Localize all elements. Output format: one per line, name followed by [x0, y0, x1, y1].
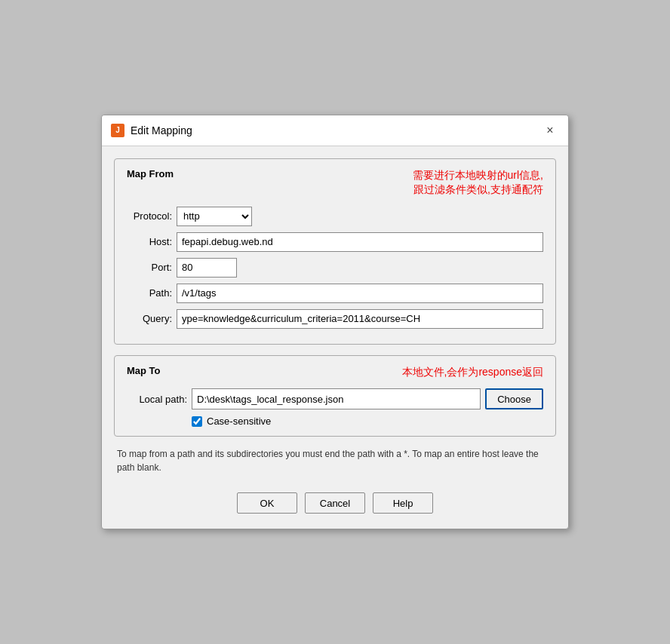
protocol-select[interactable]: http https — [177, 207, 252, 226]
path-input[interactable] — [177, 284, 543, 303]
button-row: OK Cancel Help — [114, 486, 556, 517]
help-button[interactable]: Help — [373, 492, 433, 514]
dialog-title: Edit Mapping — [131, 124, 192, 136]
hint-text: To map from a path and its subdirectorie… — [114, 447, 556, 474]
protocol-label: Protocol: — [127, 210, 172, 222]
local-path-input[interactable] — [192, 388, 481, 409]
map-from-section: Map From 需要进行本地映射的url信息, 跟过滤条件类似,支持通配符 P… — [114, 158, 556, 345]
map-from-label: Map From — [127, 168, 174, 179]
local-path-row: Local path: Choose — [127, 388, 543, 409]
title-bar: J Edit Mapping × — [102, 115, 568, 146]
protocol-row: Protocol: http https — [127, 207, 543, 226]
host-input[interactable] — [177, 232, 543, 252]
map-from-annotation: 需要进行本地映射的url信息, 跟过滤条件类似,支持通配符 — [413, 168, 543, 198]
map-to-section: Map To 本地文件,会作为response返回 Local path: Ch… — [114, 355, 556, 437]
map-from-header: Map From 需要进行本地映射的url信息, 跟过滤条件类似,支持通配符 — [127, 168, 543, 198]
query-label: Query: — [127, 313, 172, 324]
query-row: Query: — [127, 309, 543, 329]
port-row: Port: — [127, 258, 543, 278]
case-sensitive-checkbox[interactable] — [192, 416, 202, 427]
local-path-label: Local path: — [127, 394, 187, 405]
edit-mapping-dialog: J Edit Mapping × Map From 需要进行本地映射的url信息… — [101, 115, 569, 530]
case-sensitive-row: Case-sensitive — [192, 416, 543, 427]
close-button[interactable]: × — [541, 121, 559, 140]
dialog-body: Map From 需要进行本地映射的url信息, 跟过滤条件类似,支持通配符 P… — [102, 146, 568, 529]
ok-button[interactable]: OK — [237, 492, 297, 514]
map-to-header: Map To 本地文件,会作为response返回 — [127, 365, 543, 380]
host-label: Host: — [127, 236, 172, 247]
map-to-annotation: 本地文件,会作为response返回 — [402, 365, 543, 380]
java-icon: J — [111, 124, 124, 137]
query-input[interactable] — [177, 309, 543, 329]
port-input[interactable] — [177, 258, 237, 278]
case-sensitive-label: Case-sensitive — [207, 416, 271, 427]
path-label: Path: — [127, 287, 172, 299]
host-row: Host: — [127, 232, 543, 252]
cancel-button[interactable]: Cancel — [305, 492, 365, 514]
path-row: Path: — [127, 284, 543, 303]
map-to-label: Map To — [127, 365, 161, 376]
port-label: Port: — [127, 262, 172, 273]
choose-button[interactable]: Choose — [485, 388, 543, 409]
